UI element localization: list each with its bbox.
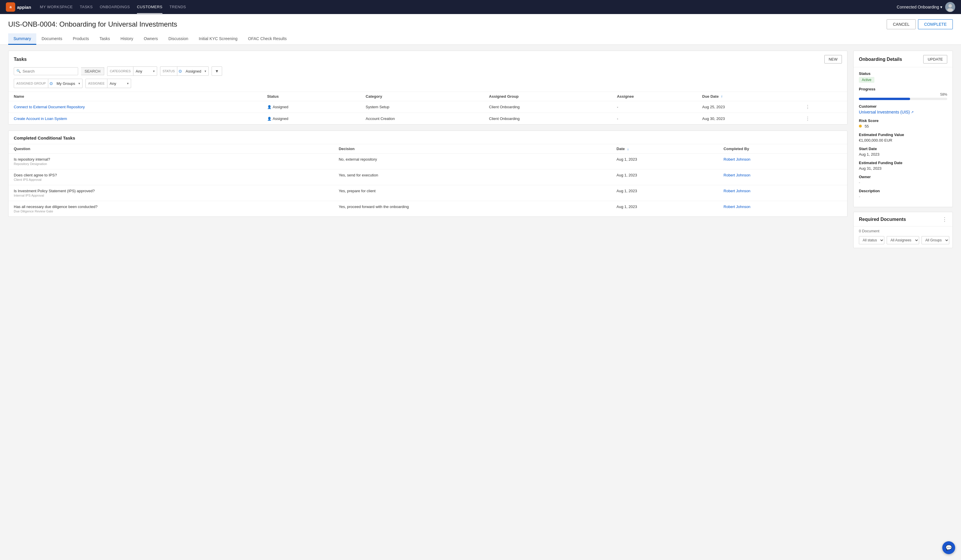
funnel-icon: ▼ (215, 69, 219, 74)
col-assignee: Assignee (612, 92, 697, 101)
cond-by-4[interactable]: Robert Johnson (724, 204, 750, 209)
cond-date-1: Aug 1, 2023 (611, 154, 718, 169)
cond-decision-1: No, external repository (333, 154, 611, 169)
docs-status-filter[interactable]: All status (859, 236, 884, 244)
nav-tasks[interactable]: TASKS (80, 1, 93, 14)
completed-title: Completed Conditional Tasks (8, 131, 847, 144)
svg-point-3 (948, 4, 952, 8)
table-row: Connect to External Document Repository … (8, 101, 847, 113)
search-box: 🔍 (14, 67, 78, 75)
cond-by-1[interactable]: Robert Johnson (724, 157, 750, 162)
nav-onboardings[interactable]: ONBOARDINGS (100, 1, 130, 14)
left-panel: Tasks NEW 🔍 SEARCH CATEGORIES Any (8, 51, 847, 248)
tab-ofac[interactable]: OFAC Check Results (243, 33, 292, 45)
cond-question-2: Does client agree to IPS? (14, 173, 328, 177)
nav-my-workspace[interactable]: MY WORKSPACE (40, 1, 72, 14)
assigned-group-filter[interactable]: ASSIGNED GROUP ⊙ My Groups (14, 79, 82, 88)
task-status-1: Assigned (273, 105, 288, 109)
tab-tasks[interactable]: Tasks (94, 33, 115, 45)
customer-link[interactable]: Universal Investments (UIS) ↗ (859, 110, 914, 114)
task-group-2: Client Onboarding (484, 113, 612, 125)
main-content: Tasks NEW 🔍 SEARCH CATEGORIES Any (0, 45, 961, 254)
tab-history[interactable]: History (115, 33, 139, 45)
completed-tasks-table: Question Decision Date ↓ Completed By Is… (8, 144, 847, 217)
complete-button[interactable]: COMPLETE (918, 19, 953, 29)
cond-sub-2: Client IPS Approval (14, 178, 328, 181)
funding-value: €1,000,000.00 EUR (859, 138, 947, 143)
task-link-2[interactable]: Create Account in Loan System (14, 116, 67, 121)
categories-select[interactable]: Any (133, 69, 157, 74)
required-docs-card: Required Documents ⋮ 0 Document All stat… (853, 212, 953, 248)
cond-sub-1: Repository Designation (14, 162, 328, 165)
nav-trends[interactable]: TRENDS (169, 1, 186, 14)
docs-assignees-filter[interactable]: All Assignees (887, 236, 919, 244)
connected-onboarding-label[interactable]: Connected Onboarding ▾ (897, 5, 942, 10)
tab-initial-kyc[interactable]: Initial KYC Screening (193, 33, 243, 45)
status-badge: Active (859, 77, 874, 83)
status-label: STATUS (161, 67, 178, 75)
external-link-icon: ↗ (911, 110, 914, 114)
nav-customers[interactable]: CUSTOMERS (137, 1, 162, 14)
owner-value: - (859, 180, 947, 185)
tab-products[interactable]: Products (67, 33, 94, 45)
task-link-1[interactable]: Connect to External Document Repository (14, 105, 85, 109)
risk-score-label: Risk Score (859, 119, 947, 123)
status-select[interactable]: Assigned (183, 69, 208, 74)
col-due-date[interactable]: Due Date ↑ (697, 92, 800, 101)
req-docs-more-button[interactable]: ⋮ (942, 216, 947, 223)
docs-filters: All status All Assignees All Groups (853, 234, 953, 248)
task-filters-row1: 🔍 SEARCH CATEGORIES Any STATUS ⊙ (8, 66, 847, 79)
task-duedate-2: Aug 30, 2023 (697, 113, 800, 125)
cond-by-3[interactable]: Robert Johnson (724, 189, 750, 193)
search-button[interactable]: SEARCH (81, 67, 104, 75)
task-more-1[interactable]: ⋮ (805, 104, 810, 109)
start-date-row: Start Date Aug 1, 2023 (859, 147, 947, 157)
customer-value: Universal Investments (UIS) (859, 110, 910, 114)
list-item: Has all necessary due diligence been con… (8, 201, 847, 217)
cancel-button[interactable]: CANCEL (887, 19, 916, 29)
search-input[interactable] (22, 69, 76, 74)
categories-label: CATEGORIES (108, 67, 133, 75)
tab-documents[interactable]: Documents (36, 33, 67, 45)
tab-discussion[interactable]: Discussion (163, 33, 194, 45)
assignee-select[interactable]: Any (108, 81, 131, 86)
list-item: Is repository internal? Repository Desig… (8, 154, 847, 169)
assignee-filter[interactable]: ASSIGNEE Any (85, 79, 131, 88)
task-more-2[interactable]: ⋮ (805, 116, 810, 121)
tab-summary[interactable]: Summary (8, 33, 36, 45)
tab-owners[interactable]: Owners (138, 33, 163, 45)
assigned-group-select[interactable]: My Groups (54, 81, 82, 86)
details-body: Status Active Progress 58% Customer Univ… (853, 67, 953, 207)
progress-bar-container (859, 98, 947, 100)
user-avatar[interactable] (945, 2, 955, 12)
req-docs-title: Required Documents (859, 217, 906, 222)
cond-date-4: Aug 1, 2023 (611, 201, 718, 217)
assigned-icon-1: 👤 (267, 105, 272, 109)
funding-row: Estimated Funding Value €1,000,000.00 EU… (859, 133, 947, 143)
cond-col-question: Question (8, 144, 333, 154)
cond-col-date[interactable]: Date ↓ (611, 144, 718, 154)
new-task-button[interactable]: NEW (824, 55, 842, 64)
onboarding-details-card: Onboarding Details UPDATE Status Active … (853, 51, 953, 207)
col-name: Name (8, 92, 262, 101)
docs-groups-filter[interactable]: All Groups (921, 236, 949, 244)
status-filter-wrapper: STATUS ⊙ Assigned (160, 66, 209, 76)
status-filter[interactable]: STATUS ⊙ Assigned (160, 66, 209, 76)
cond-question-1: Is repository internal? (14, 157, 328, 162)
page-title: UIS-ONB-0004: Onboarding for Universal I… (8, 20, 177, 28)
assigned-group-clear-icon[interactable]: ⊙ (50, 81, 53, 86)
update-button[interactable]: UPDATE (923, 55, 947, 64)
svg-text:a: a (10, 5, 12, 9)
cond-decision-2: Yes, send for execution (333, 169, 611, 185)
risk-score-value: 55 (859, 124, 947, 128)
col-category: Category (360, 92, 484, 101)
app-logo[interactable]: a appian (6, 2, 31, 12)
col-status: Status (262, 92, 360, 101)
cond-by-2[interactable]: Robert Johnson (724, 173, 750, 177)
funding-label: Estimated Funding Value (859, 133, 947, 137)
list-item: Is Investment Policy Statement (IPS) app… (8, 185, 847, 201)
categories-filter[interactable]: CATEGORIES Any (107, 66, 157, 76)
filter-icon-button[interactable]: ▼ (212, 66, 222, 76)
page-tabs: Summary Documents Products Tasks History… (8, 33, 953, 45)
status-clear-icon[interactable]: ⊙ (178, 69, 182, 74)
